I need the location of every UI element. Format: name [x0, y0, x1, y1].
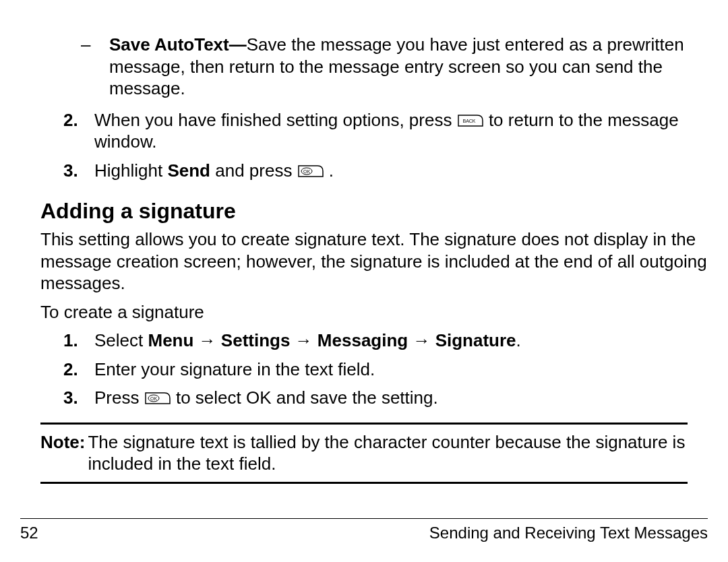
- save-autotext-bullet: – Save AutoText—Save the message you hav…: [20, 34, 708, 100]
- ok-key-icon: OK: [144, 390, 171, 405]
- step-3: 3. Highlight Send and press OK .: [20, 160, 708, 182]
- note-rule-bottom: [40, 482, 688, 484]
- sig-step-3-num: 3.: [20, 387, 94, 409]
- sig-step-1-pre: Select: [94, 330, 148, 350]
- note-body: The signature text is tallied by the cha…: [88, 431, 688, 475]
- step-2-pre: When you have finished setting options, …: [94, 110, 457, 130]
- footer-title: Sending and Receiving Text Messages: [429, 523, 708, 543]
- save-autotext-lead: Save AutoText—: [109, 34, 247, 55]
- step-3-bold: Send: [167, 160, 210, 181]
- sig-step-1-post: .: [516, 330, 521, 350]
- sig-step-3-post: to select OK and save the setting.: [176, 387, 438, 408]
- step-2-num: 2.: [20, 109, 94, 153]
- sig-step-1-num: 1.: [20, 330, 94, 352]
- manual-page: – Save AutoText—Save the message you hav…: [0, 0, 728, 562]
- step-3-num: 3.: [20, 160, 94, 182]
- sig-step-3: 3. Press OK to select OK and save the se…: [20, 387, 708, 409]
- sig-step-3-pre: Press: [94, 387, 144, 408]
- bullet-body: Save AutoText—Save the message you have …: [109, 34, 708, 100]
- sig-step-1-path: Menu → Settings → Messaging → Signature: [148, 330, 516, 350]
- sig-step-2-num: 2.: [20, 358, 94, 381]
- note-rule-top: [40, 423, 688, 425]
- intro-paragraph: This setting allows you to create signat…: [20, 228, 708, 294]
- page-footer: 52 Sending and Receiving Text Messages: [20, 518, 708, 543]
- sig-step-1-body: Select Menu → Settings → Messaging → Sig…: [94, 330, 708, 352]
- step-3-post: .: [329, 160, 334, 181]
- ok-key-icon: OK: [297, 163, 324, 178]
- step-3-pre: Highlight: [94, 160, 167, 181]
- step-3-body: Highlight Send and press OK .: [94, 160, 708, 182]
- svg-text:OK: OK: [150, 396, 157, 401]
- note-block: Note: The signature text is tallied by t…: [20, 431, 708, 475]
- step-3-mid: and press: [210, 160, 297, 181]
- bullet-dash: –: [20, 34, 109, 100]
- lead-paragraph: To create a signature: [20, 301, 708, 323]
- step-2-body: When you have finished setting options, …: [94, 109, 708, 153]
- footer-rule: [20, 518, 708, 519]
- step-2: 2. When you have finished setting option…: [20, 109, 708, 153]
- svg-text:BACK: BACK: [462, 119, 475, 123]
- sig-step-2-body: Enter your signature in the text field.: [94, 358, 708, 381]
- back-key-icon: BACK: [457, 113, 484, 127]
- sig-step-2: 2. Enter your signature in the text fiel…: [20, 358, 708, 381]
- page-number: 52: [20, 523, 38, 543]
- sig-step-1: 1. Select Menu → Settings → Messaging → …: [20, 330, 708, 352]
- section-heading: Adding a signature: [20, 197, 708, 224]
- sig-step-3-body: Press OK to select OK and save the setti…: [94, 387, 708, 409]
- note-label: Note:: [40, 431, 88, 475]
- svg-text:OK: OK: [303, 169, 310, 174]
